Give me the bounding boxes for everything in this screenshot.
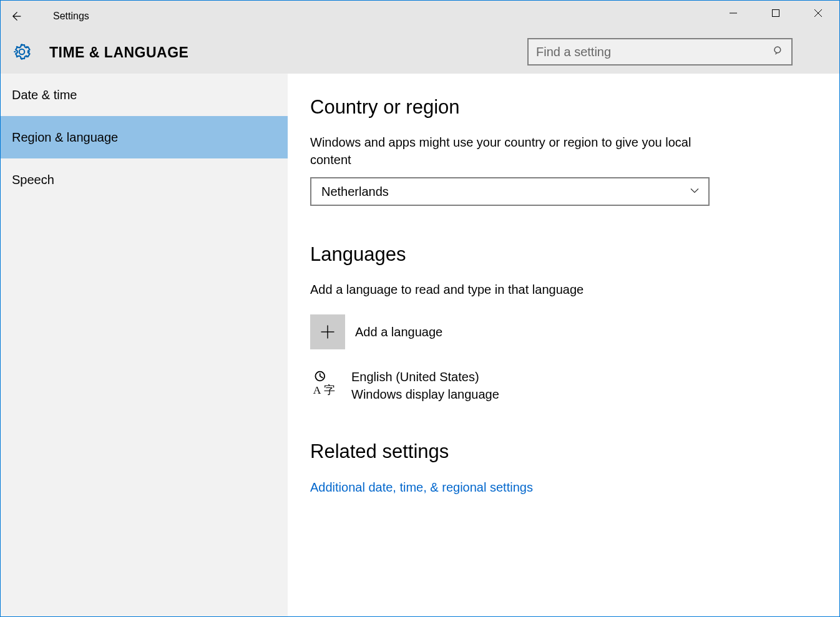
page-title: TIME & LANGUAGE [49, 44, 188, 61]
minimize-button[interactable] [712, 1, 755, 26]
country-dropdown[interactable]: Netherlands [310, 177, 710, 206]
language-text: English (United States) Windows display … [351, 368, 499, 403]
language-item[interactable]: A 字 English (United States) Windows disp… [310, 368, 817, 403]
country-selected: Netherlands [321, 185, 389, 199]
sidebar-item-speech[interactable]: Speech [1, 158, 288, 201]
country-section: Country or region Windows and apps might… [310, 96, 817, 206]
svg-rect-1 [773, 10, 779, 17]
titlebar: Settings [1, 1, 839, 32]
search-box[interactable] [527, 38, 793, 66]
content: Date & time Region & language Speech Cou… [1, 74, 839, 616]
sidebar-item-label: Region & language [12, 130, 118, 145]
page-header: TIME & LANGUAGE [1, 32, 839, 74]
sidebar-item-date-time[interactable]: Date & time [1, 74, 288, 116]
svg-point-5 [774, 47, 781, 53]
back-button[interactable] [1, 1, 31, 32]
sidebar-item-label: Date & time [12, 88, 77, 102]
add-language-button[interactable]: Add a language [310, 314, 817, 349]
window-controls [712, 1, 839, 26]
sidebar-item-label: Speech [12, 173, 54, 187]
svg-point-4 [19, 49, 25, 54]
related-section: Related settings Additional date, time, … [310, 440, 817, 495]
back-arrow-icon [9, 10, 22, 22]
language-glyph-icon: A 字 [310, 368, 340, 398]
add-language-label: Add a language [355, 325, 442, 339]
minimize-icon [729, 9, 738, 17]
language-subtitle: Windows display language [351, 386, 499, 403]
search-icon [773, 45, 784, 59]
languages-desc: Add a language to read and type in that … [310, 281, 710, 298]
maximize-icon [771, 9, 780, 17]
close-icon [814, 9, 823, 17]
country-desc: Windows and apps might use your country … [310, 134, 710, 168]
languages-section: Languages Add a language to read and typ… [310, 243, 817, 403]
chevron-down-icon [690, 185, 700, 199]
plus-icon [319, 323, 336, 341]
additional-settings-link[interactable]: Additional date, time, & regional settin… [310, 480, 533, 494]
close-button[interactable] [797, 1, 839, 26]
svg-text:字: 字 [324, 384, 335, 396]
svg-text:A: A [313, 384, 321, 396]
maximize-button[interactable] [755, 1, 797, 26]
country-title: Country or region [310, 96, 817, 119]
plus-icon-box [310, 314, 345, 349]
languages-title: Languages [310, 243, 817, 266]
sidebar-item-region-language[interactable]: Region & language [1, 116, 288, 158]
main-panel: Country or region Windows and apps might… [288, 74, 839, 616]
related-title: Related settings [310, 440, 817, 463]
language-name: English (United States) [351, 368, 499, 386]
svg-line-11 [320, 376, 323, 378]
window-title: Settings [53, 11, 89, 22]
gear-icon [12, 42, 32, 64]
search-input[interactable] [536, 45, 773, 59]
sidebar: Date & time Region & language Speech [1, 74, 288, 616]
